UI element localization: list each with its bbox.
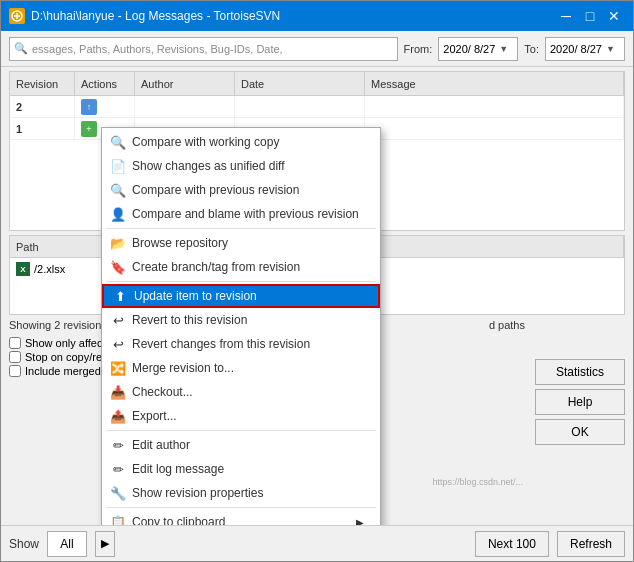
watermark: https://blog.csdn.net/... [432, 477, 523, 487]
ctx-edit-log-label: Edit log message [132, 462, 224, 476]
ctx-separator-3 [106, 430, 376, 431]
col-header-author: Author [135, 72, 235, 95]
excel-icon: X [16, 262, 30, 276]
ctx-revert-changes-icon: ↩ [110, 336, 126, 352]
from-date-arrow: ▼ [499, 44, 508, 54]
search-placeholder: essages, Paths, Authors, Revisions, Bug-… [32, 43, 283, 55]
from-date-picker[interactable]: 2020/ 8/27 ▼ [438, 37, 518, 61]
window-title: D:\huhai\lanyue - Log Messages - Tortois… [31, 9, 555, 23]
ctx-merge-label: Merge revision to... [132, 361, 234, 375]
maximize-button[interactable]: □ [579, 6, 601, 26]
ctx-separator-2 [106, 281, 376, 282]
ctx-create-branch-icon: 🔖 [110, 259, 126, 275]
ctx-edit-author[interactable]: ✏ Edit author [102, 433, 380, 457]
ctx-compare-previous[interactable]: 🔍 Compare with previous revision [102, 178, 380, 202]
ctx-copy-clipboard-icon: 📋 [110, 514, 126, 525]
ctx-compare-previous-label: Compare with previous revision [132, 183, 299, 197]
cell-message [365, 118, 624, 139]
stop-on-copy-checkbox[interactable] [9, 351, 21, 363]
ctx-unified-diff[interactable]: 📄 Show changes as unified diff [102, 154, 380, 178]
show-all-selector[interactable]: All [47, 531, 87, 557]
ctx-create-branch[interactable]: 🔖 Create branch/tag from revision [102, 255, 380, 279]
ctx-checkout-label: Checkout... [132, 385, 193, 399]
show-arrow-button[interactable]: ▶ [95, 531, 115, 557]
ctx-separator [106, 228, 376, 229]
search-icon: 🔍 [14, 42, 28, 55]
ctx-revert-revision-label: Revert to this revision [132, 313, 247, 327]
main-window: D:\huhai\lanyue - Log Messages - Tortois… [0, 0, 634, 562]
cell-revision: 1 [10, 118, 75, 139]
to-date-value: 2020/ 8/27 [550, 43, 602, 55]
ctx-edit-author-label: Edit author [132, 438, 190, 452]
ctx-blame-previous[interactable]: 👤 Compare and blame with previous revisi… [102, 202, 380, 226]
ctx-edit-author-icon: ✏ [110, 437, 126, 453]
show-label: Show [9, 537, 39, 551]
col-header-message: Message [365, 72, 624, 95]
ctx-update-revision-label: Update item to revision [134, 289, 257, 303]
ctx-export-icon: 📤 [110, 408, 126, 424]
ctx-copy-arrow: ▶ [356, 517, 364, 526]
refresh-button[interactable]: Refresh [557, 531, 625, 557]
to-date-picker[interactable]: 2020/ 8/27 ▼ [545, 37, 625, 61]
ctx-revert-changes-label: Revert changes from this revision [132, 337, 310, 351]
col-header-date: Date [235, 72, 365, 95]
right-buttons: Statistics Help OK [535, 359, 625, 445]
cell-message [365, 96, 624, 117]
ctx-separator-4 [106, 507, 376, 508]
help-button[interactable]: Help [535, 389, 625, 415]
action-icon-update: ↑ [81, 99, 97, 115]
ctx-blame-previous-icon: 👤 [110, 206, 126, 222]
include-merged-checkbox[interactable] [9, 365, 21, 377]
ctx-blame-previous-label: Compare and blame with previous revision [132, 207, 359, 221]
ctx-revert-changes[interactable]: ↩ Revert changes from this revision [102, 332, 380, 356]
action-icon-add: + [81, 121, 97, 137]
ctx-merge[interactable]: 🔀 Merge revision to... [102, 356, 380, 380]
ctx-merge-icon: 🔀 [110, 360, 126, 376]
ctx-revert-revision[interactable]: ↩ Revert to this revision [102, 308, 380, 332]
ctx-copy-clipboard-label: Copy to clipboard [132, 515, 225, 525]
ctx-checkout[interactable]: 📥 Checkout... [102, 380, 380, 404]
show-only-affected-checkbox[interactable] [9, 337, 21, 349]
log-table-header: Revision Actions Author Date Message [10, 72, 624, 96]
to-label: To: [524, 43, 539, 55]
next100-button[interactable]: Next 100 [475, 531, 549, 557]
cell-author [135, 96, 235, 117]
ctx-export[interactable]: 📤 Export... [102, 404, 380, 428]
ctx-edit-log-icon: ✏ [110, 461, 126, 477]
cell-date [235, 96, 365, 117]
ctx-browse-repo[interactable]: 📂 Browse repository [102, 231, 380, 255]
ctx-edit-log[interactable]: ✏ Edit log message [102, 457, 380, 481]
col-header-revision: Revision [10, 72, 75, 95]
context-menu: 🔍 Compare with working copy 📄 Show chang… [101, 127, 381, 525]
ok-button[interactable]: OK [535, 419, 625, 445]
toolbar: 🔍 essages, Paths, Authors, Revisions, Bu… [1, 31, 633, 67]
ctx-browse-repo-label: Browse repository [132, 236, 228, 250]
bottom-bar: Show All ▶ Next 100 Refresh [1, 525, 633, 561]
ctx-compare-working-icon: 🔍 [110, 134, 126, 150]
ctx-revert-revision-icon: ↩ [110, 312, 126, 328]
from-label: From: [404, 43, 433, 55]
ctx-show-properties-label: Show revision properties [132, 486, 263, 500]
show-all-value: All [60, 537, 73, 551]
ctx-update-revision[interactable]: ⬆ Update item to revision [102, 284, 380, 308]
search-box: 🔍 essages, Paths, Authors, Revisions, Bu… [9, 37, 398, 61]
content-area: Revision Actions Author Date Message 2 ↑… [1, 67, 633, 525]
ctx-compare-working[interactable]: 🔍 Compare with working copy [102, 130, 380, 154]
ctx-create-branch-label: Create branch/tag from revision [132, 260, 300, 274]
show-only-affected-label: Show only affecte [25, 337, 112, 349]
ctx-compare-previous-icon: 🔍 [110, 182, 126, 198]
statistics-button[interactable]: Statistics [535, 359, 625, 385]
ctx-unified-diff-label: Show changes as unified diff [132, 159, 285, 173]
ctx-checkout-icon: 📥 [110, 384, 126, 400]
cell-revision: 2 [10, 96, 75, 117]
ctx-show-properties[interactable]: 🔧 Show revision properties [102, 481, 380, 505]
col-header-actions: Actions [75, 72, 135, 95]
table-row[interactable]: 2 ↑ [10, 96, 624, 118]
ctx-browse-repo-icon: 📂 [110, 235, 126, 251]
app-icon [9, 8, 25, 24]
ctx-compare-working-label: Compare with working copy [132, 135, 279, 149]
ctx-copy-clipboard[interactable]: 📋 Copy to clipboard ▶ [102, 510, 380, 525]
close-button[interactable]: ✕ [603, 6, 625, 26]
title-bar: D:\huhai\lanyue - Log Messages - Tortois… [1, 1, 633, 31]
minimize-button[interactable]: ─ [555, 6, 577, 26]
